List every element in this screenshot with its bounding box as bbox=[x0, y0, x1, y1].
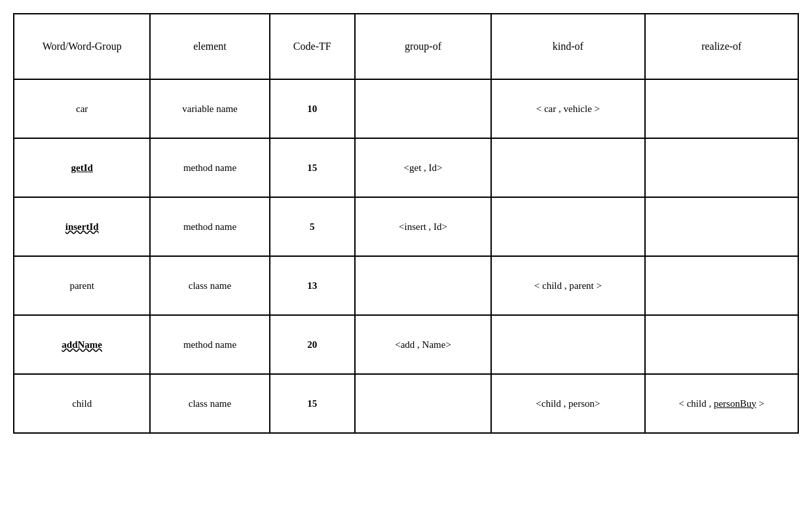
cell-code: 20 bbox=[270, 315, 355, 374]
cell-word: addName bbox=[14, 315, 150, 374]
cell-element: method name bbox=[150, 315, 269, 374]
header-kind: kind-of bbox=[491, 14, 644, 79]
cell-word: car bbox=[14, 79, 150, 138]
cell-code: 10 bbox=[270, 79, 355, 138]
cell-realize: < child , personBuy > bbox=[645, 374, 798, 433]
cell-kind: < child , parent > bbox=[491, 256, 644, 315]
cell-kind bbox=[491, 138, 644, 197]
cell-word: insertId bbox=[14, 197, 150, 256]
cell-realize bbox=[645, 197, 798, 256]
cell-group: <add , Name> bbox=[355, 315, 491, 374]
table-row: getIdmethod name15<get , Id> bbox=[14, 138, 798, 197]
cell-element: variable name bbox=[150, 79, 269, 138]
cell-element: class name bbox=[150, 374, 269, 433]
cell-kind bbox=[491, 197, 644, 256]
cell-kind: <child , person> bbox=[491, 374, 644, 433]
cell-realize bbox=[645, 138, 798, 197]
cell-word: parent bbox=[14, 256, 150, 315]
cell-code: 13 bbox=[270, 256, 355, 315]
header-row: Word/Word-Group element Code-TF group-of… bbox=[14, 14, 798, 79]
header-element: element bbox=[150, 14, 269, 79]
header-group: group-of bbox=[355, 14, 491, 79]
cell-group bbox=[355, 79, 491, 138]
table-row: childclass name15<child , person>< child… bbox=[14, 374, 798, 433]
cell-realize bbox=[645, 256, 798, 315]
table-row: insertIdmethod name5<insert , Id> bbox=[14, 197, 798, 256]
cell-group bbox=[355, 256, 491, 315]
table-row: addNamemethod name20<add , Name> bbox=[14, 315, 798, 374]
cell-code: 15 bbox=[270, 138, 355, 197]
main-table-container: Word/Word-Group element Code-TF group-of… bbox=[13, 13, 799, 434]
cell-realize bbox=[645, 79, 798, 138]
cell-kind bbox=[491, 315, 644, 374]
cell-code: 5 bbox=[270, 197, 355, 256]
cell-word: child bbox=[14, 374, 150, 433]
cell-group: <insert , Id> bbox=[355, 197, 491, 256]
cell-element: method name bbox=[150, 197, 269, 256]
header-word: Word/Word-Group bbox=[14, 14, 150, 79]
cell-element: class name bbox=[150, 256, 269, 315]
cell-code: 15 bbox=[270, 374, 355, 433]
cell-kind: < car , vehicle > bbox=[491, 79, 644, 138]
data-table: Word/Word-Group element Code-TF group-of… bbox=[13, 13, 799, 434]
cell-group bbox=[355, 374, 491, 433]
table-row: carvariable name10< car , vehicle > bbox=[14, 79, 798, 138]
header-realize: realize-of bbox=[645, 14, 798, 79]
cell-word: getId bbox=[14, 138, 150, 197]
header-code: Code-TF bbox=[270, 14, 355, 79]
cell-realize bbox=[645, 315, 798, 374]
cell-group: <get , Id> bbox=[355, 138, 491, 197]
table-row: parentclass name13< child , parent > bbox=[14, 256, 798, 315]
cell-element: method name bbox=[150, 138, 269, 197]
